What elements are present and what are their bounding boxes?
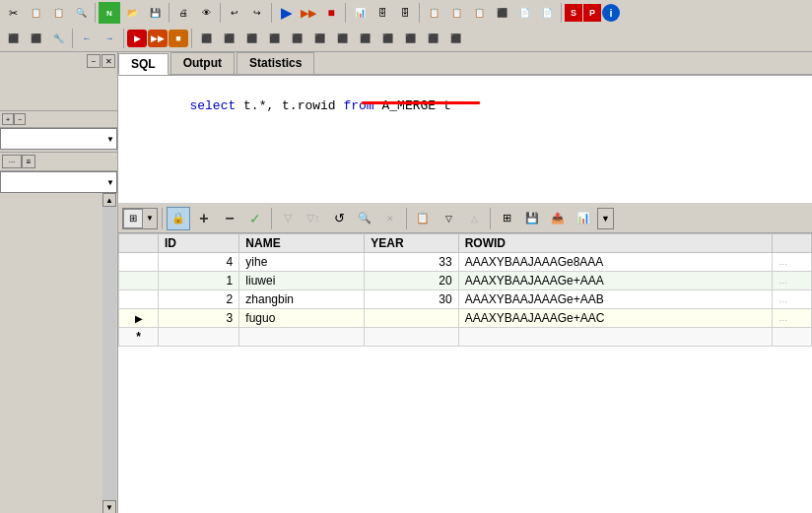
- grid-type-dropdown[interactable]: ⊞ ▼: [122, 208, 158, 229]
- t2-8-btn[interactable]: ■: [169, 30, 188, 47]
- cell-name-3[interactable]: zhangbin: [239, 290, 365, 309]
- cell-rowid-2[interactable]: AAAXYBAAJAAAGe+AAA: [458, 272, 772, 290]
- t2-16-btn[interactable]: ⬛: [354, 28, 375, 49]
- t2-12-btn[interactable]: ⬛: [263, 28, 285, 49]
- cell-id-4[interactable]: 3: [159, 309, 239, 328]
- cell-year-3[interactable]: 30: [365, 290, 458, 309]
- pin-btn[interactable]: −: [87, 54, 101, 68]
- save-grid-btn[interactable]: 💾: [520, 207, 544, 230]
- add-row-btn[interactable]: +: [192, 207, 216, 230]
- cell-id-1[interactable]: 4: [159, 253, 239, 272]
- new-cell-rowid[interactable]: [458, 328, 772, 347]
- misc6-btn[interactable]: 📄: [536, 2, 558, 24]
- t2-20-btn[interactable]: ⬛: [444, 28, 466, 49]
- cell-id-2[interactable]: 1: [159, 272, 239, 290]
- commit-btn[interactable]: ✓: [243, 207, 267, 230]
- cell-rowid-3[interactable]: AAAXYBAAJAAAGe+AAB: [458, 290, 772, 309]
- cell-year-2[interactable]: 20: [365, 272, 458, 290]
- left-dropdown-1[interactable]: ▼: [0, 128, 117, 150]
- redo-btn[interactable]: ↪: [246, 2, 268, 24]
- print-btn[interactable]: 🖨: [172, 2, 194, 24]
- new-cell-id[interactable]: [159, 328, 239, 347]
- new-cell-name[interactable]: [239, 328, 365, 347]
- col-layout-btn[interactable]: ⊞: [495, 207, 518, 230]
- undo-btn[interactable]: ↩: [224, 2, 245, 24]
- expand-btn[interactable]: +: [2, 113, 14, 125]
- list-btn[interactable]: ≡: [22, 155, 35, 168]
- dots-btn[interactable]: ···: [2, 155, 22, 168]
- table-row[interactable]: 2 zhangbin 30 AAAXYBAAJAAAGe+AAB …: [119, 290, 812, 309]
- open-btn[interactable]: 📂: [121, 2, 143, 24]
- paste-grid-btn[interactable]: ▽: [437, 207, 460, 230]
- cell-year-4[interactable]: [365, 309, 458, 328]
- t2-4-btn[interactable]: ←: [76, 28, 98, 49]
- search-grid-btn[interactable]: 🔍: [353, 207, 376, 230]
- scroll-down-btn[interactable]: ▼: [102, 500, 116, 513]
- cell-rowid-4[interactable]: AAAXYBAAJAAAGe+AAC: [458, 309, 772, 328]
- new-cell-year[interactable]: [365, 328, 458, 347]
- del-row-btn[interactable]: −: [218, 207, 241, 230]
- table-row[interactable]: 1 liuwei 20 AAAXYBAAJAAAGe+AAA …: [119, 272, 812, 290]
- cell-name-2[interactable]: liuwei: [239, 272, 365, 290]
- lock-btn[interactable]: 🔒: [167, 207, 190, 230]
- t2-11-btn[interactable]: ⬛: [240, 28, 262, 49]
- t2-10-btn[interactable]: ⬛: [218, 28, 239, 49]
- copy-btn[interactable]: 📋: [25, 2, 46, 24]
- col-year[interactable]: YEAR: [365, 234, 458, 253]
- tab-sql[interactable]: SQL: [118, 53, 169, 75]
- sql-editor[interactable]: select t.*, t.rowid from A_MERGE t: [118, 76, 812, 204]
- run2-btn[interactable]: ▶▶: [298, 2, 319, 24]
- cell-name-1[interactable]: yihe: [239, 253, 365, 272]
- chart-btn[interactable]: 📊: [572, 207, 595, 230]
- chart-dropdown[interactable]: ▼: [597, 208, 614, 229]
- collapse-btn[interactable]: −: [14, 113, 26, 125]
- scroll-track[interactable]: [102, 207, 116, 500]
- find-btn[interactable]: 🔍: [70, 2, 92, 24]
- copy-grid-btn[interactable]: 📋: [411, 207, 435, 230]
- t2-18-btn[interactable]: ⬛: [399, 28, 421, 49]
- run-btn[interactable]: ▶: [275, 2, 297, 24]
- up-grid-btn[interactable]: △: [462, 207, 486, 230]
- misc4-btn[interactable]: ⬛: [491, 2, 512, 24]
- new-row[interactable]: *: [119, 328, 812, 347]
- cell-rowid-1[interactable]: AAAXYBAAJAAAGe8AAA: [458, 253, 772, 272]
- export-grid-btn[interactable]: 📤: [546, 207, 570, 230]
- t2-17-btn[interactable]: ⬛: [376, 28, 398, 49]
- cell-year-1[interactable]: 33: [365, 253, 458, 272]
- t2-7-btn[interactable]: ▶▶: [148, 30, 168, 47]
- misc3-btn[interactable]: 📋: [468, 2, 490, 24]
- left-scrollbar[interactable]: ▲ ▼: [102, 193, 117, 513]
- scroll-up-btn[interactable]: ▲: [102, 193, 116, 207]
- t2-13-btn[interactable]: ⬛: [286, 28, 307, 49]
- t2-19-btn[interactable]: ⬛: [422, 28, 443, 49]
- filter1-btn[interactable]: ▽: [276, 207, 300, 230]
- cut-btn[interactable]: ✂: [2, 2, 24, 24]
- db-btn[interactable]: 🗄: [372, 2, 393, 24]
- col-name[interactable]: NAME: [239, 234, 365, 253]
- paste-btn[interactable]: 📋: [47, 2, 69, 24]
- info2-btn[interactable]: P: [583, 4, 601, 22]
- t2-6-btn[interactable]: ▶: [127, 30, 147, 47]
- clear-filter-btn[interactable]: ✕: [378, 207, 402, 230]
- filter2-btn[interactable]: ▽↑: [302, 207, 325, 230]
- t2-14-btn[interactable]: ⬛: [308, 28, 330, 49]
- stop-btn[interactable]: ■: [320, 2, 342, 24]
- misc5-btn[interactable]: 📄: [513, 2, 535, 24]
- cell-id-3[interactable]: 2: [159, 290, 239, 309]
- info3-btn[interactable]: i: [602, 4, 620, 22]
- t2-2-btn[interactable]: ⬛: [25, 28, 46, 49]
- t2-3-btn[interactable]: 🔧: [47, 28, 69, 49]
- t2-9-btn[interactable]: ⬛: [195, 28, 217, 49]
- table-row[interactable]: 4 yihe 33 AAAXYBAAJAAAGe8AAA …: [119, 253, 812, 272]
- col-rowid[interactable]: ROWID: [458, 234, 772, 253]
- misc2-btn[interactable]: 📋: [445, 2, 467, 24]
- db2-btn[interactable]: 🗄: [394, 2, 416, 24]
- tab-output[interactable]: Output: [170, 52, 235, 74]
- save-file-btn[interactable]: 💾: [144, 2, 166, 24]
- new-btn[interactable]: N: [99, 2, 120, 24]
- t2-1-btn[interactable]: ⬛: [2, 28, 24, 49]
- t2-15-btn[interactable]: ⬛: [331, 28, 353, 49]
- close-panel-btn[interactable]: ✕: [102, 54, 115, 68]
- preview-btn[interactable]: 👁: [195, 2, 217, 24]
- col-id[interactable]: ID: [159, 234, 239, 253]
